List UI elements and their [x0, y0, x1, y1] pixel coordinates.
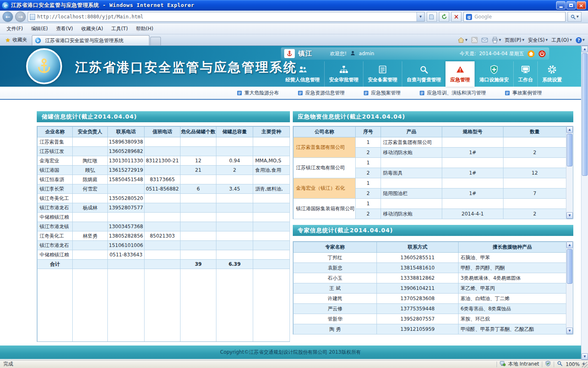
table-cell — [216, 147, 253, 156]
feeds-button[interactable] — [471, 37, 478, 43]
column-header: 值班电话 — [145, 127, 180, 137]
tab-title: 江苏省港口安全监管与应急管理系统 — [45, 37, 124, 44]
subnav-item[interactable]: 应急资源信息管理 — [298, 90, 345, 96]
subnav-item[interactable]: 应急培训、演练和演习管理 — [419, 90, 486, 96]
table-cell: 1 — [356, 158, 381, 168]
tools-menu-button[interactable]: 工具(O)▼ — [551, 37, 572, 44]
supplies-table: 公司名称序号产品规格型号数量 江苏索普集团有限公司1江苏索普集团有限公司2移动消… — [293, 126, 573, 219]
menu-item[interactable]: 编辑(E) — [27, 24, 52, 34]
scroll-thumb[interactable] — [567, 249, 572, 284]
page-scrollbar[interactable]: ▲ ▼ — [581, 46, 588, 360]
doc-icon — [298, 90, 303, 96]
table-cell — [216, 137, 253, 147]
print-button[interactable]: ▼ — [492, 37, 501, 43]
zone-label[interactable]: 本地 Intranet — [508, 361, 539, 368]
logout-icon[interactable] — [538, 50, 546, 58]
table-cell: 金海宏业 — [38, 156, 73, 166]
scroll-down-icon[interactable]: ▼ — [566, 328, 573, 334]
nav-item[interactable]: 应急管理 — [445, 61, 474, 87]
menu-item[interactable]: 文件(F) — [2, 24, 27, 34]
nav-item[interactable]: 系统设置 — [537, 61, 566, 87]
back-button[interactable]: ← — [2, 11, 13, 22]
zoom-level[interactable]: 100% — [566, 361, 579, 367]
subnav-item[interactable]: 事故案例管理 — [505, 90, 542, 96]
table-cell: 13615272919 — [108, 166, 145, 175]
resize-grip[interactable] — [582, 362, 588, 368]
url-text[interactable]: http://localhost:8080/yjpt/Main.html — [37, 14, 416, 20]
magnifier-icon — [419, 65, 429, 74]
table-cell: 石小玉 — [294, 273, 377, 283]
table-cell: 13605289682 — [108, 147, 145, 156]
minimize-button[interactable] — [556, 1, 566, 9]
table-cell: 2 — [356, 148, 381, 158]
scroll-thumb[interactable] — [567, 134, 572, 166]
anchor-icon — [35, 57, 53, 75]
table-cell — [73, 194, 108, 203]
menu-item[interactable]: 工具(T) — [107, 24, 132, 34]
table-cell: 39 — [180, 260, 216, 269]
nav-item[interactable]: 安全审批管理 — [324, 61, 363, 87]
menu-item[interactable]: 查看(V) — [52, 24, 77, 34]
search-button[interactable]: ▼ — [568, 12, 581, 22]
menu-item[interactable]: 收藏夹(A) — [77, 24, 107, 34]
table-cell: 15106101006 — [108, 241, 145, 250]
table-row: 镇江李长荣何雪宏0511-85688263.45沥青,燃料油, — [38, 184, 290, 194]
scroll-down-icon[interactable]: ▼ — [566, 212, 573, 219]
page-menu-button[interactable]: 页面(P)▼ — [505, 37, 524, 44]
new-tab-button[interactable] — [150, 37, 161, 45]
table-cell: 2 — [503, 209, 566, 219]
site-title: 江苏省港口安全监管与应急管理系统 — [75, 59, 297, 76]
table-cell — [503, 178, 566, 188]
table-cell: 3.45 — [216, 184, 253, 194]
table-cell: 移动消防水炮 — [381, 209, 442, 219]
table-cell: 中储粮镇江粮 — [38, 250, 73, 260]
favorites-button[interactable]: ★ 收藏夹 — [2, 34, 31, 45]
table-cell — [180, 241, 216, 250]
help-button[interactable]: ?▼ — [576, 37, 585, 43]
nav-item[interactable]: 安全备案管理 — [363, 61, 402, 87]
scroll-down-icon[interactable]: ▼ — [581, 353, 588, 360]
forward-button[interactable]: → — [15, 11, 26, 22]
search-placeholder[interactable]: Google — [474, 14, 563, 20]
search-input[interactable]: g Google — [463, 12, 566, 22]
maximize-button[interactable] — [566, 1, 576, 9]
scroll-up-icon[interactable]: ▲ — [581, 46, 588, 52]
nav-item[interactable]: 经营人信息管理 — [281, 61, 324, 87]
safety-menu-button[interactable]: 安全(S)▼ — [528, 37, 548, 44]
nav-item[interactable]: 工作台 — [513, 61, 537, 87]
table-cell — [145, 194, 180, 203]
company-cell: 金海宏业（镇江）石化 — [294, 178, 356, 199]
nav-item[interactable]: 港口设施保安 — [474, 61, 513, 87]
home-icon[interactable] — [527, 50, 535, 58]
table-cell: 13815481610 — [377, 263, 459, 273]
column-header: 主要货种 — [253, 127, 290, 137]
scroll-thumb[interactable] — [582, 53, 588, 176]
subnav-item[interactable]: 重大危险源分布 — [237, 90, 279, 96]
table-cell — [253, 175, 290, 184]
supplies-scrollbar[interactable]: ▲ ▼ — [566, 126, 573, 219]
url-field[interactable]: http://localhost:8080/yjpt/Main.html ▼ — [28, 12, 425, 22]
read-mail-button[interactable] — [481, 37, 488, 43]
table-cell: 1 — [356, 199, 381, 209]
scroll-up-icon[interactable]: ▲ — [566, 126, 573, 133]
scroll-up-icon[interactable]: ▲ — [566, 242, 573, 248]
stop-button[interactable]: × — [451, 12, 461, 22]
tab-active[interactable]: e 江苏省港口安全监管与应急管理系统 — [32, 35, 149, 45]
table-cell — [73, 250, 108, 260]
nav-item-label: 自查与督查管理 — [407, 76, 441, 83]
username[interactable]: admin — [359, 51, 374, 56]
document-icon — [378, 65, 388, 74]
compatibility-view-button[interactable] — [427, 12, 437, 22]
table-cell: 13775359448 — [377, 304, 459, 314]
site-footer: Copyright©江苏省交通规划设计院股份有限公司 2013版权所有 — [0, 346, 581, 359]
refresh-button[interactable] — [439, 12, 449, 22]
nav-item[interactable]: 自查与督查管理 — [402, 61, 445, 87]
menu-item[interactable]: 帮助(H) — [132, 24, 157, 34]
table-cell: 王 斌 — [294, 283, 377, 294]
experts-scrollbar[interactable]: ▲ ▼ — [566, 242, 573, 334]
subnav-item[interactable]: 应急预案管理 — [363, 90, 401, 96]
table-cell — [145, 213, 180, 222]
close-button[interactable]: × — [577, 1, 586, 9]
home-button[interactable]: ▼ — [458, 37, 467, 43]
url-dropdown-button[interactable]: ▼ — [416, 12, 424, 21]
